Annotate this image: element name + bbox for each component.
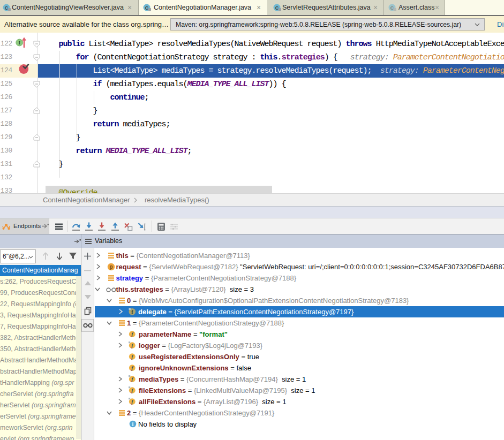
svg-text:i: i	[132, 421, 133, 427]
svg-text:p: p	[109, 264, 112, 270]
svg-text:C: C	[5, 5, 9, 11]
svg-text:I: I	[18, 40, 20, 45]
svg-text:C: C	[145, 5, 149, 11]
svg-text:C: C	[275, 5, 279, 11]
svg-text:C: C	[390, 5, 394, 11]
